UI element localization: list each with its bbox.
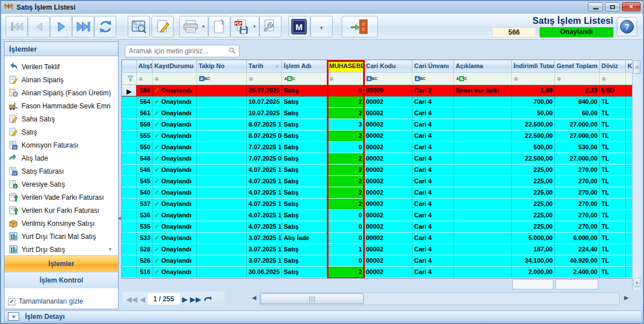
vertical-scrollbar[interactable]: ▼ xyxy=(632,60,641,290)
sidebar-item-10[interactable]: ₺ Veresiye Satış xyxy=(5,178,118,191)
scroll-left-icon[interactable]: ◀ xyxy=(252,294,256,301)
filter-cell-geneltoplam[interactable]: = xyxy=(555,73,600,85)
maximize-button[interactable] xyxy=(605,2,620,11)
sidebar-item-1[interactable]: Verilen Teklif xyxy=(5,60,118,73)
pager-last-icon[interactable]: ▶▶ xyxy=(190,295,201,304)
export-pdf-button[interactable]: PDF▼ xyxy=(230,16,259,37)
settings-button[interactable] xyxy=(259,16,281,37)
minimize-button[interactable] xyxy=(588,2,603,11)
filter-cell-carikodu[interactable]: ABC xyxy=(364,73,413,85)
filter-cell-muhasebe[interactable]: = xyxy=(327,73,364,85)
sidebar-item-6[interactable]: Satış xyxy=(5,125,118,138)
pager-first-icon[interactable]: ◀◀ xyxy=(126,295,137,304)
sidebar-item-14[interactable]: ↑↓ Yurt Dışı Ticari Mal Satış xyxy=(5,230,118,243)
filter-abc-icon[interactable]: ABC xyxy=(367,76,377,81)
expand-detail-button[interactable]: » xyxy=(8,312,19,321)
column-header-geneltoplam[interactable]: Genel Toplam xyxy=(555,60,600,73)
filter-equals-icon[interactable]: = xyxy=(514,75,518,82)
table-row-540[interactable]: 540✓Onaylandı4.07.2025 1Satış200002Cari … xyxy=(122,187,641,199)
filter-abc-icon[interactable]: ABC xyxy=(415,76,426,81)
table-row-535[interactable]: 535✓Onaylandı4.07.2025 1Satış000002Cari … xyxy=(122,221,641,233)
pager-refresh-icon[interactable] xyxy=(204,296,213,303)
table-row-545[interactable]: 545✓Onaylandı4.07.2025 1Satış200002Cari … xyxy=(122,176,641,187)
horizontal-scrollbar-thumb[interactable] xyxy=(260,293,364,304)
scroll-down-icon[interactable]: ▼ xyxy=(633,278,641,287)
table-row-546[interactable]: 546✓Onaylandı4.07.2025 1Satış200002Cari … xyxy=(122,165,641,176)
sidebar-item-15[interactable]: ↑↓ Yurt Dışı Satış▼ xyxy=(5,243,118,255)
table-row-537[interactable]: 537✓Onaylandı4.07.2025 1Satış200002Cari … xyxy=(122,199,641,210)
sidebar-item-8[interactable]: Alış İade xyxy=(5,152,118,165)
search-input[interactable] xyxy=(125,47,229,55)
refresh-button[interactable] xyxy=(94,16,116,37)
table-row-555[interactable]: 555✓Onaylandı8.07.2025 0Satış200002Cari … xyxy=(122,131,641,142)
table-row-564[interactable]: 564✓Onaylandı10.07.2025Satış200002Cari 4… xyxy=(122,96,641,108)
filter-equals-icon[interactable]: = xyxy=(249,75,253,82)
filter-abc-icon[interactable]: ABC xyxy=(456,76,467,81)
pager-prev-icon[interactable]: ◀ xyxy=(140,295,145,304)
table-row-561[interactable]: 561✓Onaylandı10.07.2025Satış200002Cari 4… xyxy=(122,108,641,119)
column-header-carikodu[interactable]: Cari Kodu xyxy=(364,60,413,73)
filter-equals-icon[interactable]: = xyxy=(557,75,561,82)
column-header-doviz[interactable]: Döviz xyxy=(600,60,626,73)
scroll-right-icon[interactable]: ▶ xyxy=(624,294,629,301)
filter-abc-icon[interactable]: ABC xyxy=(284,76,295,81)
sidebar-item-2[interactable]: Alınan Sipariş xyxy=(5,73,118,86)
sidebar-item-13[interactable]: Verilmiş Konsinye Satışı xyxy=(5,217,118,230)
splitter-collapse-icon[interactable]: ◀ xyxy=(117,216,121,221)
column-header-muhasebe[interactable]: MUHASEBE xyxy=(327,60,364,73)
column-header-aciklama[interactable]: Açıklama xyxy=(454,60,512,73)
filter-equals-icon[interactable]: = xyxy=(330,75,334,82)
close-button[interactable]: ✕ xyxy=(622,2,641,11)
vertical-scrollbar-thumb[interactable] xyxy=(633,60,641,74)
edit-button[interactable] xyxy=(151,16,174,37)
column-header-cariunvani[interactable]: Cari Ünvanı xyxy=(413,60,454,73)
m-module-button[interactable]: M xyxy=(288,16,310,37)
table-row-550[interactable]: 550✓Onaylandı7.07.2025 1Satış000002Cari … xyxy=(122,142,641,153)
help-button[interactable]: ? xyxy=(617,17,637,36)
table-row-528[interactable]: 528✓Onaylandı3.07.2025 1Satış100002Cari … xyxy=(122,244,641,255)
sidebar-item-3[interactable]: Alınan Sipariş (Fason Üretim) xyxy=(5,86,118,99)
search-icon[interactable] xyxy=(229,46,235,56)
filter-abc-icon[interactable]: ABC xyxy=(199,76,210,81)
column-header-alissatis[interactable]: AlışSatış xyxy=(137,60,153,73)
copy-button[interactable] xyxy=(208,16,230,37)
table-row-566[interactable]: ▶566✓Onaylandı25.07.2025Satış000009Cari … xyxy=(122,85,641,96)
column-header-takipno[interactable]: Takip No xyxy=(197,60,247,73)
column-header-kayitdurumu[interactable]: KayıtDurumu xyxy=(153,60,197,73)
column-header-tarih[interactable]: Tarih▼ xyxy=(247,60,282,73)
m-module-dropdown[interactable]: ▼ xyxy=(310,16,332,37)
filter-equals-icon[interactable]: = xyxy=(602,75,606,82)
print-button[interactable]: ▼ xyxy=(179,16,208,37)
filter-equals-icon[interactable]: = xyxy=(155,75,159,82)
sidebar-tab-islemler[interactable]: İşlemler xyxy=(5,255,118,272)
column-header-indirimlitutar[interactable]: İndirimli Tutar xyxy=(512,60,555,73)
column-header-islemadi[interactable]: İşlem Adı xyxy=(282,60,327,73)
table-row-526[interactable]: 526✓Onaylandı3.07.2025 1Satış000002Cari … xyxy=(122,255,641,267)
sidebar-item-4[interactable]: Fason Hammadde Sevk Emri xyxy=(5,99,118,112)
filter-cell-indirimlitutar[interactable]: = xyxy=(512,73,555,85)
hide-completed-checkbox[interactable]: ✓ xyxy=(8,298,15,305)
filter-cell-islemadi[interactable]: ABC xyxy=(282,73,327,85)
table-row-548[interactable]: 548✓Onaylandı7.07.2025 0Satış200002Cari … xyxy=(122,153,641,165)
table-row-533[interactable]: 533✓Onaylandı3.07.2025 1Alış İade000002C… xyxy=(122,233,641,244)
table-row-536[interactable]: 536✓Onaylandı4.07.2025 1Satış000002Cari … xyxy=(122,210,641,221)
filter-cell-aciklama[interactable]: ABC xyxy=(454,73,512,85)
filter-cell-tarih[interactable]: = xyxy=(247,73,282,85)
nav-first-button[interactable] xyxy=(6,16,28,37)
sidebar-item-12[interactable]: Verilen Kur Farkı Faturası xyxy=(5,204,118,217)
exit-button[interactable] xyxy=(342,16,378,37)
filter-cell-alissatis[interactable]: = xyxy=(137,73,153,85)
table-row-516[interactable]: 516✓Onaylandı30.06.2025Satış200002Cari 4… xyxy=(122,267,641,278)
sidebar-item-7[interactable]: 01 Komisyon Faturası xyxy=(5,138,118,152)
select-all-corner[interactable] xyxy=(122,60,137,73)
filter-cell-doviz[interactable]: = xyxy=(600,73,626,85)
preview-button[interactable] xyxy=(128,16,150,37)
pager-next-icon[interactable]: ▶ xyxy=(182,295,188,304)
nav-next-button[interactable] xyxy=(50,16,72,37)
sidebar-tab-islem-kontrol[interactable]: İşlem Kontrol xyxy=(5,272,118,288)
table-row-559[interactable]: 559✓Onaylandı8.07.2025 1Satış300002Cari … xyxy=(122,119,641,131)
filter-cell-kayitdurumu[interactable]: = xyxy=(153,73,197,85)
filter-equals-icon[interactable]: = xyxy=(139,75,143,82)
filter-cell-cariunvani[interactable]: ABC xyxy=(413,73,454,85)
horizontal-scrollbar[interactable] xyxy=(259,292,620,305)
